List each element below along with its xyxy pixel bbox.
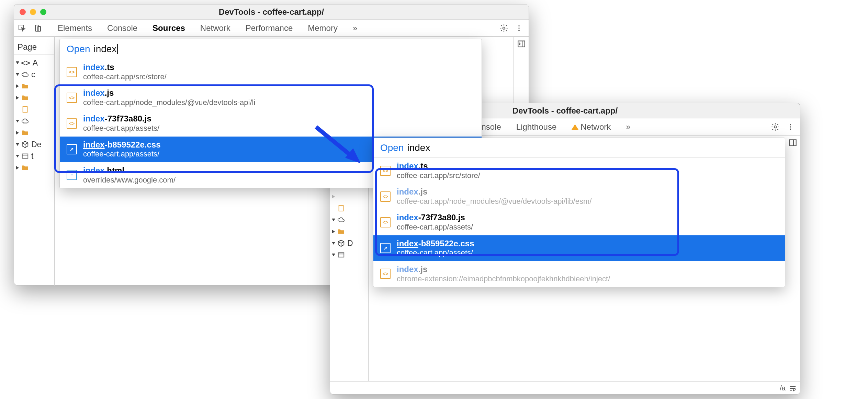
gear-icon[interactable] (497, 21, 511, 35)
kebab-icon[interactable] (512, 21, 526, 35)
sidebar-page-tab[interactable]: Page (14, 39, 54, 55)
svg-point-3 (503, 27, 505, 29)
script-icon: <> (380, 269, 391, 279)
device-toggle-icon[interactable] (30, 20, 46, 37)
open-file-search[interactable]: Open index (60, 39, 482, 59)
tab-network[interactable]: Network (193, 20, 238, 36)
script-icon: <> (67, 93, 77, 103)
file-icon (337, 204, 345, 212)
package-icon (337, 239, 345, 247)
stylesheet-icon: ↗ (380, 243, 391, 253)
cloud-icon (21, 71, 29, 78)
package-icon (21, 141, 29, 148)
stylesheet-icon: ↗ (67, 144, 77, 154)
svg-rect-7 (23, 107, 27, 113)
folder-icon (21, 94, 29, 102)
svg-rect-8 (22, 154, 28, 159)
cloud-icon (337, 216, 345, 224)
window-icon (337, 251, 345, 259)
devtools-window-2: DevTools - coffee-cart.app/ Elements Sou… (330, 103, 800, 395)
svg-rect-17 (339, 206, 343, 211)
window-title: DevTools - coffee-cart.app/ (14, 7, 529, 17)
script-icon: <> (380, 191, 391, 202)
gear-icon[interactable] (768, 120, 782, 134)
cloud-icon (21, 117, 29, 125)
file-result[interactable]: <> index.jscoffee-cart.app/node_modules/… (60, 85, 482, 110)
tab-console[interactable]: Console (100, 20, 145, 36)
inspect-icon[interactable] (14, 20, 30, 37)
tab-overflow[interactable]: » (345, 20, 365, 36)
arrow-icon (313, 124, 368, 170)
warning-icon (572, 124, 578, 130)
panel-tabs: Elements Console Sources Network Perform… (50, 20, 497, 36)
folder-icon (21, 82, 29, 90)
traffic-lights (20, 9, 46, 15)
file-result-selected[interactable]: ↗ index-b859522e.csscoffee-cart.app/asse… (373, 235, 785, 261)
tab-elements[interactable]: Elements (50, 20, 100, 36)
svg-rect-9 (518, 41, 525, 47)
svg-point-4 (518, 25, 520, 26)
tab-memory[interactable]: Memory (300, 20, 345, 36)
file-result[interactable]: <> index.jscoffee-cart.app/node_modules/… (373, 184, 785, 209)
document-icon: ≡ (67, 170, 77, 180)
folder-icon (21, 164, 29, 172)
script-icon: <> (67, 67, 77, 77)
main-toolbar: Elements Console Sources Network Perform… (14, 20, 529, 37)
tab-performance[interactable]: Performance (238, 20, 300, 36)
open-label: Open (380, 142, 404, 153)
file-result[interactable]: <> index-73f73a80.jscoffee-cart.app/asse… (60, 110, 482, 136)
script-icon: <> (67, 118, 77, 129)
file-result[interactable]: <> index-73f73a80.jscoffee-cart.app/asse… (373, 209, 785, 235)
status-bar: /a (330, 381, 800, 395)
zoom-icon[interactable] (40, 9, 46, 15)
open-file-search[interactable]: Open index (373, 138, 785, 158)
tab-sources[interactable]: Sources (145, 20, 193, 36)
titlebar: DevTools - coffee-cart.app/ (14, 4, 529, 20)
script-icon: <> (380, 217, 391, 227)
window-icon (21, 152, 29, 160)
file-result[interactable]: <> index.tscoffee-cart.app/src/store/ (60, 59, 482, 85)
right-drawer-toggle[interactable] (785, 136, 800, 381)
wrap-icon[interactable] (789, 385, 797, 392)
open-query: index (407, 142, 430, 153)
close-icon[interactable] (20, 9, 26, 15)
folder-icon (21, 129, 29, 137)
open-query: index (94, 44, 117, 55)
file-icon (21, 106, 29, 113)
tab-network[interactable]: Network (564, 118, 618, 135)
minimize-icon[interactable] (30, 9, 36, 15)
file-result[interactable]: <> index.tscoffee-cart.app/src/store/ (373, 158, 785, 184)
file-tree[interactable]: <>A c De t (14, 55, 54, 174)
svg-point-16 (790, 128, 791, 130)
svg-rect-19 (789, 140, 796, 145)
tab-overflow[interactable]: » (618, 118, 638, 135)
svg-point-15 (790, 126, 791, 128)
svg-rect-18 (338, 253, 344, 257)
tab-lighthouse[interactable]: Lighthouse (509, 118, 564, 135)
open-file-dropdown: Open index <> index.tscoffee-cart.app/sr… (373, 138, 785, 287)
svg-point-13 (774, 126, 777, 128)
svg-point-5 (518, 27, 520, 29)
folder-icon (337, 228, 345, 235)
script-icon: <> (380, 166, 391, 176)
svg-point-6 (518, 30, 520, 31)
text-caret (117, 44, 118, 54)
svg-rect-1 (35, 25, 39, 31)
kebab-icon[interactable] (784, 120, 797, 134)
open-label: Open (67, 44, 90, 55)
svg-point-14 (790, 124, 791, 125)
file-result[interactable]: <> index.jschrome-extension://eimadpbcbf… (373, 261, 785, 287)
navigator-sidebar: Page <>A c De t (14, 37, 55, 286)
